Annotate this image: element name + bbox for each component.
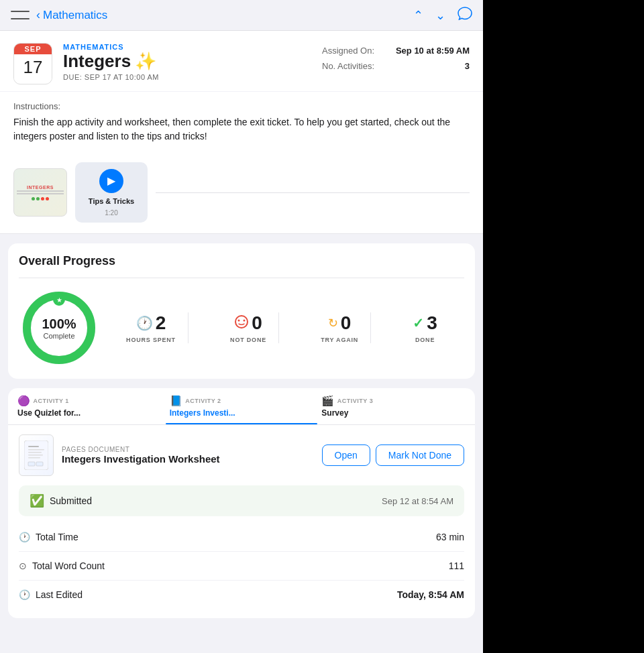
clock-icon: 🕐 [136,315,153,331]
donut-center: 100% Complete [42,316,76,340]
activity-tab-2[interactable]: 📘 ACTIVITY 2 Integers Investi... [166,388,318,424]
calendar-day: 17 [14,54,52,80]
total-time-row: 🕐 Total Time 63 min [19,523,464,552]
submitted-card: ✅ Submitted Sep 12 at 8:54 AM [19,485,464,516]
title-emoji: ✨ [135,51,156,72]
svg-rect-14 [28,462,35,466]
stat-try-again: ↻ 0 TRY AGAIN [309,312,371,343]
word-count-left: ⊙ Total Word Count [19,560,105,571]
poster-line [17,190,64,192]
poster-line-2 [17,193,64,194]
comment-icon[interactable] [458,7,472,23]
doc-row: PAGES DOCUMENT Integers Investigation Wo… [19,434,464,476]
svg-rect-15 [36,462,43,466]
assignment-subject: MATHEMATICS [63,43,311,51]
activity-2-num: 📘 ACTIVITY 2 [170,395,221,407]
try-again-label: TRY AGAIN [321,337,358,343]
svg-rect-12 [28,455,43,456]
instructions-section: Instructions: Finish the app activity an… [0,92,483,153]
assignment-header: SEP 17 MATHEMATICS Integers ✨ DUE: SEP 1… [0,31,483,91]
activity-3-icon: 🎬 [321,395,335,407]
word-count-icon: ⊙ [19,560,27,571]
info-rows: 🕐 Total Time 63 min ⊙ Total Word Count 1… [19,523,464,609]
stat-done: ✓ 3 DONE [400,312,449,343]
word-count-value: 111 [449,560,464,571]
svg-rect-9 [28,446,39,447]
donut-chart: ★ 100% Complete [19,288,99,368]
poster-title: INTEGERS [27,185,54,190]
down-chevron-icon[interactable]: ⌄ [435,8,445,23]
no-activities-value: 3 [465,61,470,71]
last-edited-label: Last Edited [36,589,83,600]
done-icon: ✓ [413,315,424,331]
progress-section: Overall Progress ★ 100% Complete [8,243,475,379]
activity-1-num: 🟣 ACTIVITY 1 [17,395,69,407]
activity-detail: PAGES DOCUMENT Integers Investigation Wo… [8,425,475,618]
sidebar-toggle-button[interactable] [11,8,30,23]
svg-rect-10 [28,449,44,451]
up-chevron-icon[interactable]: ⌃ [413,8,423,23]
mark-not-done-button[interactable]: Mark Not Done [376,444,464,466]
not-done-value: 0 [252,312,262,334]
svg-text:★: ★ [56,296,62,304]
svg-rect-13 [28,457,40,459]
chevron-left-icon: ‹ [36,8,40,22]
doc-type: PAGES DOCUMENT [62,446,314,453]
poster-dots [32,197,49,200]
calendar-icon: SEP 17 [13,43,52,84]
nav-bar: ‹ Mathematics ⌃ ⌄ [0,0,483,31]
activity-2-icon: 📘 [170,395,183,407]
total-time-label: Total Time [36,532,78,542]
progress-title: Overall Progress [19,254,464,268]
integers-poster[interactable]: INTEGERS [13,168,67,217]
last-edited-value: Today, 8:54 AM [397,589,464,600]
assignment-title: Integers ✨ [63,51,311,72]
hours-value: 2 [156,312,166,334]
divider-line [156,192,470,193]
video-card[interactable]: ▶ Tips & Tricks 1:20 [75,162,148,223]
stat-done-top: ✓ 3 [413,312,437,334]
svg-point-7 [244,319,246,321]
total-time-left: 🕐 Total Time [19,532,78,542]
nav-right: ⌃ ⌄ [413,7,472,23]
last-edited-row: 🕐 Last Edited Today, 8:54 AM [19,581,464,609]
svg-rect-11 [28,452,42,453]
back-label: Mathematics [43,9,107,22]
nav-left: ‹ Mathematics [11,8,107,23]
try-again-icon: ↻ [328,316,338,331]
activity-3-name: Survey [321,408,348,418]
submitted-check-icon: ✅ [30,493,44,508]
not-done-label: NOT DONE [230,337,266,343]
activity-3-num: 🎬 ACTIVITY 3 [321,395,373,407]
submitted-left: ✅ Submitted [30,493,92,508]
doc-info: PAGES DOCUMENT Integers Investigation Wo… [62,446,314,465]
word-count-row: ⊙ Total Word Count 111 [19,552,464,581]
activity-tabs: 🟣 ACTIVITY 1 Use Quizlet for... 📘 ACTIVI… [8,388,475,425]
stat-not-done-top: 0 [234,312,262,334]
hours-label: HOURS SPENT [126,337,176,343]
time-icon: 🕐 [19,532,30,542]
assigned-on-row: Assigned On: Sep 10 at 8:59 AM [322,46,470,56]
stat-not-done: 0 NOT DONE [218,312,279,343]
open-button[interactable]: Open [322,444,370,466]
activity-tab-3[interactable]: 🎬 ACTIVITY 3 Survey [317,388,470,424]
word-count-label: Total Word Count [32,560,105,571]
last-edited-left: 🕐 Last Edited [19,589,83,600]
last-edited-icon: 🕐 [19,589,30,600]
back-button[interactable]: ‹ Mathematics [36,8,107,22]
calendar-month: SEP [14,44,52,54]
doc-thumbnail [19,434,54,476]
stat-try-again-top: ↻ 0 [328,312,352,334]
no-activities-row: No. Activities: 3 [322,61,470,71]
instructions-text: Finish the app activity and worksheet, t… [13,115,470,143]
done-value: 3 [427,312,437,334]
activity-tab-1[interactable]: 🟣 ACTIVITY 1 Use Quizlet for... [13,388,166,424]
svg-point-6 [238,319,240,321]
title-text: Integers [63,51,131,72]
assignment-meta: Assigned On: Sep 10 at 8:59 AM No. Activ… [322,43,470,71]
activities-section: 🟣 ACTIVITY 1 Use Quizlet for... 📘 ACTIVI… [8,388,475,618]
video-duration: 1:20 [105,209,117,217]
progress-content: ★ 100% Complete 🕐 2 HOURS SPENT [19,288,464,368]
assignment-due: DUE: SEP 17 AT 10:00 AM [63,73,311,81]
submitted-label: Submitted [50,495,92,506]
